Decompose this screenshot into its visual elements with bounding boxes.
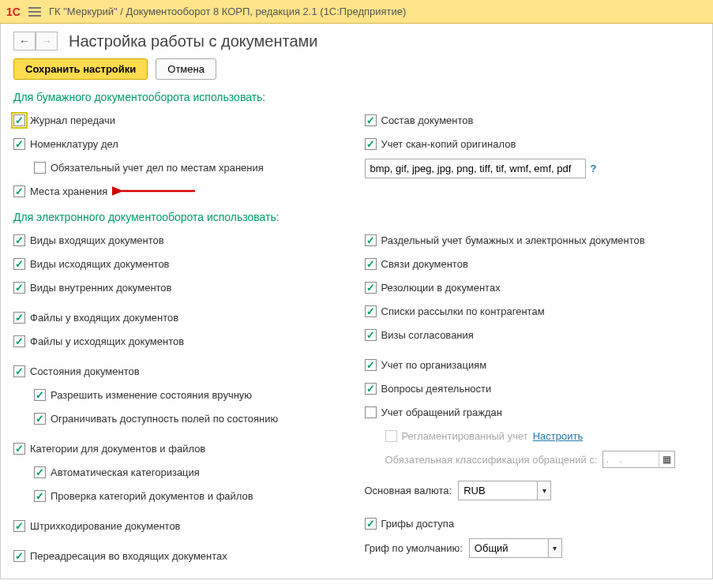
label-scan-copies: Учет скан-копий оригиналов <box>381 138 516 150</box>
checkbox-mandatory-storage[interactable] <box>34 162 46 174</box>
checkbox-check-cat[interactable] <box>34 490 46 502</box>
content-area: ← → Настройка работы с документами Сохра… <box>0 24 713 579</box>
checkbox-scan-copies[interactable] <box>365 138 377 150</box>
checkbox-citizens[interactable] <box>365 406 377 418</box>
checkbox-categories[interactable] <box>13 443 25 455</box>
checkbox-states[interactable] <box>13 365 25 377</box>
checkbox-resolutions[interactable] <box>365 282 377 294</box>
chevron-down-icon[interactable]: ▾ <box>548 538 562 558</box>
checkbox-incoming-types[interactable] <box>13 234 25 246</box>
checkbox-journal[interactable] <box>13 114 25 126</box>
checkbox-storage-places[interactable] <box>13 185 25 197</box>
chevron-down-icon[interactable]: ▾ <box>537 481 551 500</box>
label-composition: Состав документов <box>381 114 474 126</box>
configure-link[interactable]: Настроить <box>533 430 584 442</box>
checkbox-mailing[interactable] <box>365 305 377 317</box>
forward-button[interactable]: → <box>36 32 58 51</box>
label-activities: Вопросы деятельности <box>381 383 492 395</box>
default-stamp-label: Гриф по умолчанию: <box>365 542 463 554</box>
checkbox-links[interactable] <box>365 258 377 270</box>
label-citizens: Учет обращений граждан <box>381 406 503 418</box>
checkbox-regulated <box>385 430 397 442</box>
checkbox-activities[interactable] <box>365 383 377 395</box>
checkbox-outgoing-types[interactable] <box>13 258 25 270</box>
label-by-org: Учет по организациям <box>381 359 487 371</box>
section-paper: Для бумажного документооборота использов… <box>13 91 700 103</box>
checkbox-composition[interactable] <box>365 114 377 126</box>
cancel-button[interactable]: Отмена <box>156 58 216 80</box>
label-outgoing-types: Виды исходящих документов <box>30 258 170 270</box>
button-row: Сохранить настройки Отмена <box>13 58 700 80</box>
currency-label: Основная валюта: <box>365 485 452 496</box>
menu-icon[interactable] <box>28 7 41 17</box>
label-incoming-types: Виды входящих документов <box>30 234 164 246</box>
label-categories: Категории для документов и файлов <box>30 443 205 455</box>
checkbox-visas[interactable] <box>365 329 377 341</box>
label-auto-cat: Автоматическая категоризация <box>51 466 200 478</box>
back-button[interactable]: ← <box>13 32 36 51</box>
label-files-incoming: Файлы у входящих документов <box>30 312 178 324</box>
label-states-restrict: Ограничивать доступность полей по состоя… <box>51 413 278 425</box>
label-nomenclature: Номенклатуру дел <box>30 138 118 150</box>
formats-input[interactable] <box>365 159 586 178</box>
label-states: Состояния документов <box>30 365 140 377</box>
checkbox-nomenclature[interactable] <box>13 138 25 150</box>
checkbox-access-stamps[interactable] <box>365 518 377 530</box>
label-journal: Журнал передачи <box>30 114 115 126</box>
label-readdress: Переадресация во входящих документах <box>30 550 227 562</box>
label-barcode: Штрихкодирование документов <box>30 520 181 532</box>
label-classification-from: Обязательная классификация обращений с: <box>385 454 598 466</box>
label-storage-places: Места хранения <box>30 185 107 197</box>
label-resolutions: Резолюции в документах <box>381 282 501 294</box>
checkbox-states-restrict[interactable] <box>34 413 46 425</box>
checkbox-files-outgoing[interactable] <box>13 335 25 347</box>
nav-row: ← → Настройка работы с документами <box>13 32 700 51</box>
save-button[interactable]: Сохранить настройки <box>13 58 148 80</box>
checkbox-auto-cat[interactable] <box>34 466 46 478</box>
checkbox-files-incoming[interactable] <box>13 312 25 324</box>
logo-1c: 1C <box>6 6 21 18</box>
checkbox-separate[interactable] <box>365 234 377 246</box>
label-visas: Визы согласования <box>381 329 474 341</box>
help-icon[interactable]: ? <box>591 163 597 174</box>
arrow-annotation <box>112 186 199 196</box>
checkbox-by-org[interactable] <box>365 359 377 371</box>
checkbox-internal-types[interactable] <box>13 282 25 294</box>
label-access-stamps: Грифы доступа <box>381 518 455 530</box>
checkbox-states-manual[interactable] <box>34 389 46 401</box>
label-internal-types: Виды внутренних документов <box>30 282 172 294</box>
label-regulated: Регламентированный учет <box>402 430 528 442</box>
currency-select[interactable]: ▾ <box>458 481 551 500</box>
label-states-manual: Разрешить изменение состояния вручную <box>51 389 252 401</box>
label-mailing: Списки рассылки по контрагентам <box>381 305 545 317</box>
label-separate: Раздельный учет бумажных и электронных д… <box>381 234 645 246</box>
date-input-wrapper: ▦ <box>602 451 675 468</box>
default-stamp-select[interactable]: ▾ <box>469 538 562 558</box>
titlebar: 1C ГК "Меркурий" / Документооборот 8 КОР… <box>0 0 713 24</box>
label-check-cat: Проверка категорий документов и файлов <box>51 490 253 502</box>
label-files-outgoing: Файлы у исходящих документов <box>30 335 184 347</box>
page-title: Настройка работы с документами <box>69 32 318 51</box>
checkbox-readdress[interactable] <box>13 550 25 562</box>
calendar-icon[interactable]: ▦ <box>659 451 674 467</box>
label-links: Связи документов <box>381 258 468 270</box>
currency-value[interactable] <box>458 481 537 500</box>
date-input[interactable] <box>603 451 659 467</box>
label-mandatory-storage: Обязательный учет дел по местам хранения <box>51 162 264 174</box>
default-stamp-value[interactable] <box>469 538 548 558</box>
app-title: ГК "Меркурий" / Документооборот 8 КОРП, … <box>49 6 406 17</box>
checkbox-barcode[interactable] <box>13 520 25 532</box>
section-electronic: Для электронного документооборота исполь… <box>13 211 700 223</box>
